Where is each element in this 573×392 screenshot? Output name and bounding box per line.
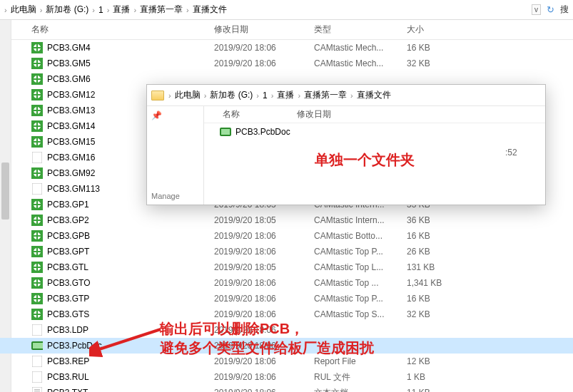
column-size-header[interactable]: 大小: [407, 24, 471, 36]
file-row[interactable]: PCB3.GTO2019/9/20 18:06CAMtastic Top ...…: [0, 275, 573, 291]
file-date: 2019/9/20 18:05: [214, 215, 314, 225]
file-date: 2019/9/20 18:06: [214, 58, 314, 68]
file-size: 1 KB: [407, 372, 471, 382]
file-icon: [31, 356, 43, 367]
svg-rect-36: [33, 343, 43, 349]
file-name: PCB3.REP: [47, 356, 214, 366]
file-date: 2019/9/20 18:06: [214, 372, 314, 382]
file-icon: [31, 73, 43, 85]
chevron-right-icon: ›: [3, 6, 9, 14]
popup-address-bar: › 此电脑 › 新加卷 (G:) › 1 › 直播 › 直播第一章 › 直播文件: [147, 85, 545, 106]
chevron-right-icon: ›: [132, 6, 138, 14]
file-row[interactable]: PCB3.GM52019/9/20 18:06CAMtastic Mech...…: [0, 56, 573, 71]
popup-col-name[interactable]: 名称: [204, 108, 297, 120]
file-icon: [31, 387, 43, 392]
svg-rect-44: [221, 129, 230, 135]
file-row[interactable]: PCB3.GP22019/9/20 18:05CAMtastic Intern.…: [0, 212, 573, 228]
file-date: 2019/9/20 18:06: [214, 43, 314, 53]
annotation-line1: 输出后可以删除PCB，: [160, 319, 374, 339]
history-dropdown-icon[interactable]: v: [532, 4, 541, 15]
file-type: CAMtastic Mech...: [314, 58, 407, 68]
file-type: RUL 文件: [314, 371, 407, 383]
file-date: 2019/9/20 18:06: [214, 247, 314, 257]
file-size: 36 KB: [407, 215, 471, 225]
popup-file-date-partial: :52: [505, 148, 517, 158]
file-name: PCB3.GM4: [47, 43, 214, 53]
svg-rect-37: [32, 356, 42, 367]
popup-column-headers: 名称 修改日期: [204, 106, 545, 123]
folder-icon: [151, 91, 164, 100]
file-size: 11 KB: [407, 388, 471, 392]
file-size: 16 KB: [407, 43, 471, 53]
file-size: 12 KB: [407, 356, 471, 366]
breadcrumb-item[interactable]: 直播: [111, 4, 132, 16]
column-type-header[interactable]: 类型: [314, 24, 407, 36]
file-icon: [31, 246, 43, 257]
file-type: CAMtastic Top P...: [314, 294, 407, 304]
file-row[interactable]: PCB3.GTL2019/9/20 18:05CAMtastic Top L..…: [0, 259, 573, 275]
popup-nav-pane: 📌 Manage: [147, 106, 204, 205]
file-icon: [31, 215, 43, 226]
annotation-main: 输出后可以删除PCB， 避免多个类型文件给板厂造成困扰: [160, 319, 374, 358]
breadcrumb-item[interactable]: 1: [96, 5, 106, 15]
file-date: 2019/9/20 18:06: [214, 231, 314, 241]
file-size: 16 KB: [407, 231, 471, 241]
column-name-header[interactable]: 名称: [0, 24, 214, 36]
file-size: 32 KB: [407, 309, 471, 319]
file-icon: [31, 105, 43, 116]
refresh-icon[interactable]: ↻: [547, 4, 554, 15]
file-row[interactable]: PCB3.TXT2019/9/20 18:06文本文档11 KB: [0, 385, 573, 392]
popup-file-row[interactable]: PCB3.PcbDoc: [204, 123, 545, 140]
chevron-right-icon: ›: [91, 6, 96, 14]
chevron-right-icon: ›: [270, 91, 275, 100]
file-icon: [31, 152, 43, 163]
file-name: PCB3.GTP: [47, 294, 214, 304]
file-row[interactable]: PCB3.GPB2019/9/20 18:06CAMtastic Botto..…: [0, 228, 573, 244]
breadcrumb-item[interactable]: 此电脑: [173, 89, 203, 101]
file-row[interactable]: PCB3.RUL2019/9/20 18:06RUL 文件1 KB: [0, 369, 573, 385]
popup-col-date[interactable]: 修改日期: [297, 108, 390, 120]
file-icon: [31, 120, 43, 132]
file-row[interactable]: PCB3.GM42019/9/20 18:06CAMtastic Mech...…: [0, 40, 573, 56]
svg-line-45: [95, 329, 161, 351]
breadcrumb-item[interactable]: 新加卷 (G:): [44, 4, 91, 16]
breadcrumb-item[interactable]: 直播文件: [191, 4, 229, 16]
column-date-header[interactable]: 修改日期: [214, 24, 314, 36]
breadcrumb-item[interactable]: 新加卷 (G:): [208, 89, 255, 101]
chevron-right-icon: ›: [203, 91, 208, 100]
file-size: 26 KB: [407, 247, 471, 257]
svg-rect-34: [32, 324, 42, 336]
breadcrumb-item[interactable]: 直播第一章: [138, 4, 185, 16]
chevron-right-icon: ›: [349, 91, 355, 100]
file-name: PCB3.GM5: [47, 58, 214, 68]
file-icon: [31, 309, 43, 320]
file-name: PCB3.GPB: [47, 231, 214, 241]
breadcrumb-item[interactable]: 直播文件: [355, 89, 393, 101]
svg-rect-14: [32, 152, 42, 163]
file-icon: [31, 183, 43, 195]
file-name: PCB3.GTO: [47, 278, 214, 288]
breadcrumb-item[interactable]: 直播第一章: [302, 89, 349, 101]
manage-label: Manage: [151, 192, 180, 200]
svg-rect-17: [32, 183, 42, 195]
chevron-right-icon: ›: [167, 91, 173, 100]
breadcrumb-item[interactable]: 1: [260, 91, 270, 100]
file-name: PCB3.GTS: [47, 309, 214, 319]
popup-window: › 此电脑 › 新加卷 (G:) › 1 › 直播 › 直播第一章 › 直播文件…: [146, 84, 546, 205]
pcb-file-icon: [220, 126, 231, 138]
file-icon: [31, 58, 43, 69]
file-name: PCB3.GPT: [47, 247, 214, 257]
breadcrumb-item[interactable]: 此电脑: [9, 4, 39, 16]
breadcrumb-item[interactable]: 直播: [275, 89, 296, 101]
file-name: PCB3.GM6: [47, 74, 214, 84]
file-type: 文本文档: [314, 387, 407, 393]
pin-icon[interactable]: 📌: [151, 110, 162, 120]
file-row[interactable]: PCB3.GPT2019/9/20 18:06CAMtastic Top P..…: [0, 244, 573, 259]
file-row[interactable]: PCB3.GTP2019/9/20 18:06CAMtastic Top P..…: [0, 291, 573, 306]
popup-file-name: PCB3.PcbDoc: [235, 127, 290, 137]
file-size: 1,341 KB: [407, 278, 471, 288]
file-type: CAMtastic Top S...: [314, 309, 407, 319]
chevron-right-icon: ›: [185, 6, 191, 14]
file-icon: [31, 199, 43, 210]
file-icon: [31, 277, 43, 289]
